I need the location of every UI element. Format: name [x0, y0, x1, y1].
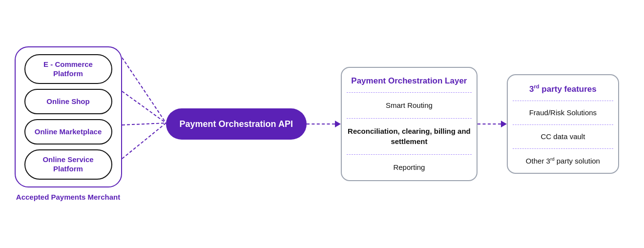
- diagram: E - Commerce Platform Online Shop Online…: [15, 40, 630, 208]
- merchant-item-online-service: Online Service Platform: [24, 149, 112, 180]
- svg-line-2: [122, 123, 166, 125]
- svg-line-1: [122, 91, 166, 123]
- hub-to-orch-arrow: [307, 121, 341, 127]
- merchants-border: E - Commerce Platform Online Shop Online…: [15, 46, 122, 187]
- merchant-connector-lines: [122, 40, 166, 206]
- merchants-group: E - Commerce Platform Online Shop Online…: [15, 46, 122, 202]
- orchestration-layer-title: Payment Orchestration Layer: [342, 68, 477, 92]
- merchant-item-online-marketplace: Online Marketplace: [24, 119, 112, 145]
- svg-line-0: [122, 58, 166, 123]
- orch-to-third-arrow: [478, 121, 507, 127]
- payment-orchestration-hub: Payment Orchestration API: [166, 108, 307, 140]
- orch-item-reconciliation: Reconciliation, clearing, billing and se…: [342, 119, 477, 154]
- third-party-title: 3rd party features: [508, 75, 618, 101]
- merchant-item-online-shop: Online Shop: [24, 89, 112, 114]
- third-item-cc-vault: CC data vault: [508, 125, 618, 148]
- orch-item-reporting: Reporting: [342, 155, 477, 180]
- merchant-item-ecommerce: E - Commerce Platform: [24, 54, 112, 84]
- orch-item-smart-routing: Smart Routing: [342, 93, 477, 118]
- svg-line-3: [122, 123, 166, 159]
- merchants-label: Accepted Payments Merchant: [16, 192, 120, 202]
- third-party-box: 3rd party features Fraud/Risk Solutions …: [507, 74, 619, 174]
- third-item-other-3rd: Other 3rd party solution: [508, 149, 618, 173]
- third-item-fraud-risk: Fraud/Risk Solutions: [508, 101, 618, 124]
- orchestration-layer-box: Payment Orchestration Layer Smart Routin…: [341, 67, 478, 181]
